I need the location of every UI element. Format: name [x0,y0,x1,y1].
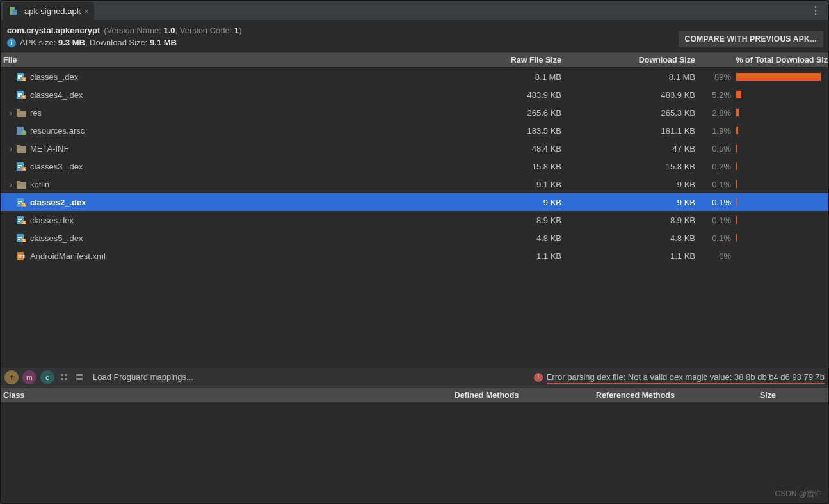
table-row[interactable]: ›kotlin9.1 KB9 KB0.1% [1,175,828,193]
raw-size: 1.1 KB [433,251,564,261]
pct: 0.1% [698,216,734,225]
file-name: res [30,108,42,118]
table-row[interactable]: ›META-INF48.4 KB47 KB0.5% [1,139,828,157]
folder-icon [16,180,26,189]
folder-icon [16,108,26,117]
dex-icon: 01 [16,233,26,242]
file-name: resources.arsc [30,126,85,136]
file-table-empty [1,265,828,366]
expand-arrow-icon[interactable]: › [7,180,15,189]
svg-rect-26 [18,221,20,222]
svg-rect-20 [18,201,22,202]
raw-size: 4.8 KB [433,233,564,243]
tree-expand-icon[interactable] [58,372,70,383]
filter-classes-button[interactable]: c [40,370,54,384]
svg-text:01: 01 [22,203,26,207]
download-size: 47 KB [564,144,698,154]
column-size[interactable]: Size [707,391,828,400]
size-bar [736,91,828,98]
close-icon[interactable]: × [84,6,89,16]
download-size: 265.3 KB [564,108,698,118]
download-size: 4.8 KB [564,233,698,243]
raw-size: 9.1 KB [433,180,564,189]
svg-rect-31 [18,239,20,240]
raw-size: 483.9 KB [433,90,564,100]
column-download-size[interactable]: Download Size [564,56,698,65]
info-icon: i [7,38,16,47]
size-bar [736,162,828,170]
table-row[interactable]: 01classes_.dex8.1 MB8.1 MB89% [1,68,828,86]
compare-apk-button[interactable]: COMPARE WITH PREVIOUS APK... [679,31,823,47]
expand-arrow-icon[interactable]: › [7,108,15,118]
svg-rect-8 [18,93,22,95]
size-bar [736,145,828,152]
filter-methods-button[interactable]: m [22,370,36,384]
apk-size: APK size: 9.3 MB, Download Size: 9.1 MB [20,38,177,47]
file-name: classes2_.dex [30,198,86,207]
folder-icon [16,144,26,153]
error-message: ! Error parsing dex file: Not a valid de… [534,372,825,382]
file-name: classes3_.dex [30,162,83,171]
table-row[interactable]: xmlAndroidManifest.xml1.1 KB1.1 KB0% [1,247,828,265]
svg-rect-1 [12,10,17,15]
raw-size: 183.5 KB [433,126,564,136]
svg-rect-15 [18,165,22,166]
error-text: Error parsing dex file: Not a valid dex … [547,372,825,382]
error-underline [547,383,825,384]
table-row[interactable]: 01classes.dex8.9 KB8.9 KB0.1% [1,211,828,229]
load-proguard-button[interactable]: Load Proguard mappings... [93,372,193,382]
size-bar [736,180,828,188]
file-name: classes5_.dex [30,233,83,243]
svg-rect-21 [18,203,20,204]
download-size: 1.1 KB [564,251,698,261]
expand-arrow-icon[interactable]: › [7,144,15,154]
dex-icon: 01 [16,72,26,81]
pct: 5.2% [698,90,734,100]
dex-toolbar: f m c Load Proguard mappings... ! Error … [1,366,828,388]
column-file[interactable]: File [1,56,433,65]
svg-rect-9 [18,95,20,97]
pct: 2.8% [698,108,734,118]
pct: 0.1% [698,198,734,207]
table-row[interactable]: 01classes4_.dex483.9 KB483.9 KB5.2% [1,86,828,104]
size-bar [736,234,828,242]
class-table-header: Class Defined Methods Referenced Methods… [1,388,828,402]
file-name: META-INF [30,144,68,154]
column-pct[interactable]: % of Total Download Size [698,56,829,65]
svg-text:01: 01 [22,95,26,99]
pct: 0.5% [698,144,734,154]
table-row[interactable]: 01classes2_.dex9 KB9 KB0.1% [1,193,828,211]
column-defined[interactable]: Defined Methods [410,391,563,400]
file-name: classes.dex [30,216,74,225]
table-row[interactable]: 01classes5_.dex4.8 KB4.8 KB0.1% [1,229,828,247]
svg-rect-3 [18,75,22,77]
table-row[interactable]: resources.arsc183.5 KB181.1 KB1.9% [1,122,828,139]
raw-size: 15.8 KB [433,162,564,171]
column-referenced[interactable]: Referenced Methods [563,391,707,400]
pct: 0.1% [698,180,734,189]
more-menu-icon[interactable]: ⋮ [805,4,826,17]
dex-icon: 01 [16,162,26,171]
file-table[interactable]: 01classes_.dex8.1 MB8.1 MB89%01classes4_… [1,68,828,265]
column-raw-size[interactable]: Raw File Size [433,56,564,65]
table-row[interactable]: ›res265.6 KB265.3 KB2.8% [1,104,828,122]
pct: 0.1% [698,233,734,243]
xml-icon: xml [16,251,26,260]
tab-bar: apk-signed.apk × ⋮ [1,1,828,20]
package-id: com.crystal.apkencrypt [7,26,100,35]
dex-icon: 01 [16,216,26,224]
table-row[interactable]: 01classes3_.dex15.8 KB15.8 KB0.2% [1,157,828,175]
pct: 89% [698,72,734,82]
column-class[interactable]: Class [1,391,410,400]
dex-icon: 01 [16,90,26,99]
watermark: CSDN @惜许 [775,489,822,500]
editor-tab[interactable]: apk-signed.apk × [3,2,94,20]
svg-text:xml: xml [18,254,25,258]
tree-collapse-icon[interactable] [74,372,85,383]
size-bar [736,198,828,206]
size-bar [736,252,828,260]
svg-text:01: 01 [22,167,26,171]
filter-fields-button[interactable]: f [4,370,19,384]
version-info: (Version Name: 1.0, Version Code: 1) [104,26,241,35]
size-bar [736,73,828,81]
